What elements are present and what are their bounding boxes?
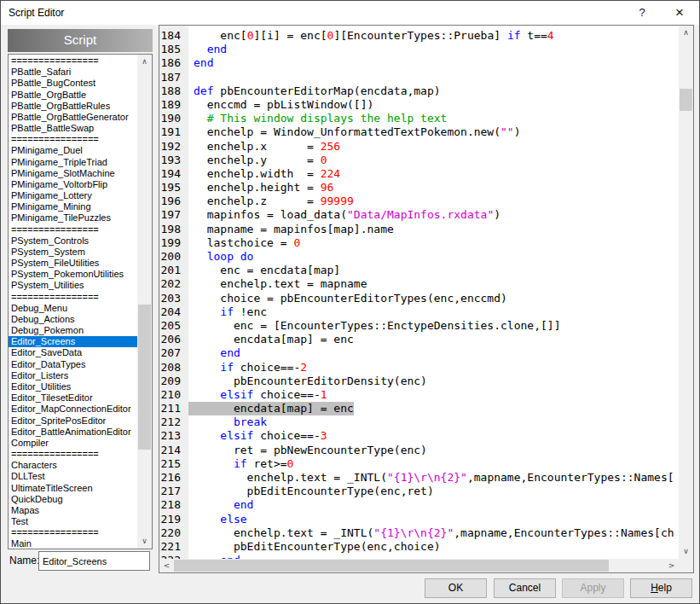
code-line[interactable]: 186end xyxy=(159,56,679,70)
code-line[interactable]: 212 break xyxy=(159,415,679,429)
code-line[interactable]: 189 enccmd = pbListWindow([]) xyxy=(159,98,679,112)
code-line[interactable]: 221 pbEditEncounterType(enc,choice) xyxy=(159,540,679,554)
script-list-item[interactable]: Editor_SaveData xyxy=(9,347,137,358)
apply-button[interactable]: Apply xyxy=(562,578,624,598)
script-list-item[interactable]: Debug_Actions xyxy=(9,314,137,325)
script-list-item[interactable]: Main xyxy=(9,538,137,549)
script-list-item[interactable]: Editor_DataTypes xyxy=(9,359,137,370)
script-list-item[interactable]: PMinigame_TripleTriad xyxy=(9,157,137,168)
code-line[interactable]: 215 if ret>=0 xyxy=(159,457,679,471)
code-line[interactable]: 220 enchelp.text = _INTL("{1}\r\n{2}",ma… xyxy=(159,526,679,540)
script-list-item[interactable]: PMinigame_TilePuzzles xyxy=(9,212,137,224)
ok-button[interactable]: OK xyxy=(425,578,487,598)
code-line[interactable]: 193 enchelp.y = 0 xyxy=(159,154,679,167)
code-line[interactable]: 200 loop do xyxy=(159,250,679,264)
code-line[interactable]: 219 else xyxy=(159,513,679,526)
script-list-item[interactable]: PBattle_BattleSwap xyxy=(9,123,137,134)
code-line[interactable]: 187 xyxy=(159,71,679,84)
script-list-item[interactable]: Editor_SpritePosEditor xyxy=(9,415,137,427)
list-scrollbar-thumb[interactable] xyxy=(138,305,151,450)
code-line[interactable]: 207 end xyxy=(159,346,679,360)
code-line[interactable]: 213 elsif choice==-3 xyxy=(159,429,679,443)
script-list-item[interactable]: PBattle_Safari xyxy=(9,67,137,78)
code-line[interactable]: 210 elsif choice==-1 xyxy=(159,388,679,402)
code-line[interactable]: 184 enc[0][i] = enc[0][EncounterTypes::P… xyxy=(159,29,679,43)
script-list-item[interactable]: PBattle_OrgBattle xyxy=(9,90,137,101)
script-list-item[interactable]: Characters xyxy=(9,460,137,471)
script-list-item[interactable]: ================ xyxy=(9,224,137,235)
script-list-item[interactable]: PSystem_PokemonUtilities xyxy=(9,269,137,280)
script-list-item[interactable]: ================ xyxy=(9,527,137,538)
script-list-item[interactable]: DLLTest xyxy=(9,471,137,482)
scroll-down-icon[interactable]: ∨ xyxy=(679,544,693,559)
list-scrollbar[interactable]: ∧ ∨ xyxy=(137,55,152,549)
script-list-item[interactable]: Test xyxy=(9,516,137,527)
script-list-item[interactable]: PBattle_OrgBattleRules xyxy=(9,101,137,112)
script-list-item[interactable]: Compiler xyxy=(9,438,137,449)
script-list-item[interactable]: Debug_Menu xyxy=(9,303,137,314)
scroll-up-icon[interactable]: ∧ xyxy=(679,26,693,40)
script-list-item[interactable]: ================ xyxy=(9,134,137,145)
script-list-item[interactable]: PMinigame_Duel xyxy=(9,145,137,156)
script-list-item[interactable]: Editor_TilesetEditor xyxy=(9,392,137,404)
code-line[interactable]: 197 mapinfos = load_data("Data/MapInfos.… xyxy=(159,208,679,222)
script-list-item[interactable]: Editor_MapConnectionEditor xyxy=(9,404,137,415)
scroll-down-icon[interactable]: ∨ xyxy=(137,534,152,549)
code-line[interactable]: 208 if choice==-2 xyxy=(159,361,679,375)
code-line[interactable]: 214 ret = pbNewEncounterType(enc) xyxy=(159,444,679,457)
script-list-item[interactable]: PSystem_System xyxy=(9,247,137,258)
code-line[interactable]: 204 if !enc xyxy=(159,305,679,319)
code-line[interactable]: 192 enchelp.x = 256 xyxy=(159,140,679,154)
script-list-item[interactable]: ================ xyxy=(9,292,137,303)
script-list-item[interactable]: Mapas xyxy=(9,505,137,516)
script-list-item[interactable]: Editor_BattleAnimationEditor xyxy=(9,427,137,438)
scroll-right-icon[interactable]: > xyxy=(664,559,679,572)
script-list-item[interactable]: Editor_Utilities xyxy=(9,381,137,392)
editor-vscroll-thumb[interactable] xyxy=(680,89,692,111)
code-line[interactable]: 188def pbEncounterEditorMap(encdata,map) xyxy=(159,84,679,98)
code-line[interactable]: 205 enc = [EncounterTypes::EnctypeDensit… xyxy=(159,319,679,333)
code-line[interactable]: 201 enc = encdata[map] xyxy=(159,264,679,277)
cancel-button[interactable]: Cancel xyxy=(494,578,556,598)
help-icon[interactable]: ? xyxy=(628,1,657,25)
editor-vertical-scrollbar[interactable]: ∧ ∨ xyxy=(679,26,693,559)
code-editor[interactable]: 184 enc[0][i] = enc[0][EncounterTypes::P… xyxy=(159,25,694,573)
script-list-item[interactable]: PSystem_FileUtilities xyxy=(9,258,137,269)
editor-horizontal-scrollbar[interactable]: < > xyxy=(159,559,679,572)
code-line[interactable]: 216 enchelp.text = _INTL("{1}\r\n{2}",ma… xyxy=(159,471,679,485)
close-icon[interactable]: × xyxy=(665,1,694,25)
code-line[interactable]: 206 encdata[map] = enc xyxy=(159,333,679,346)
code-area[interactable]: 184 enc[0][i] = enc[0][EncounterTypes::P… xyxy=(159,26,679,559)
code-line[interactable]: 195 enchelp.height = 96 xyxy=(159,181,679,195)
script-list-item[interactable]: PSystem_Utilities xyxy=(9,280,137,291)
code-line[interactable]: 198 mapname = mapinfos[map].name xyxy=(159,223,679,236)
help-button[interactable]: Help xyxy=(630,578,692,598)
code-line[interactable]: 199 lastchoice = 0 xyxy=(159,236,679,250)
scroll-up-icon[interactable]: ∧ xyxy=(137,55,152,69)
name-input[interactable] xyxy=(38,551,150,571)
code-line[interactable]: 209 pbEncounterEditorDensity(enc) xyxy=(159,375,679,388)
script-list-item[interactable]: UltimateTitleScreen xyxy=(9,483,137,494)
script-list-item[interactable]: PMinigame_VoltorbFlip xyxy=(9,179,137,190)
code-line[interactable]: 185 end xyxy=(159,43,679,56)
code-line[interactable]: 194 enchelp.width = 224 xyxy=(159,167,679,181)
scroll-left-icon[interactable]: < xyxy=(159,559,174,572)
script-list-item[interactable]: PMinigame_SlotMachine xyxy=(9,168,137,179)
code-line[interactable]: 211 encdata[map] = enc xyxy=(159,402,679,415)
code-line[interactable]: 196 enchelp.z = 99999 xyxy=(159,195,679,208)
code-line[interactable]: 190 # This window displays the help text xyxy=(159,112,679,125)
script-list-item[interactable]: PBattle_BugContest xyxy=(9,78,137,89)
code-line[interactable]: 217 pbEditEncounterType(enc,ret) xyxy=(159,485,679,498)
code-line[interactable]: 191 enchelp = Window_UnformattedTextPoke… xyxy=(159,125,679,139)
script-list-item[interactable]: ================ xyxy=(9,449,137,460)
editor-hscroll-thumb[interactable] xyxy=(174,560,609,572)
script-list-item[interactable]: ================ xyxy=(9,55,137,67)
code-line[interactable]: 218 end xyxy=(159,498,679,512)
script-list-item[interactable]: Debug_Pokemon xyxy=(9,325,137,336)
script-list-item[interactable]: Editor_Listers xyxy=(9,370,137,381)
script-list-item[interactable]: PMinigame_Lottery xyxy=(9,190,137,201)
script-list-item[interactable]: QuickDebug xyxy=(9,494,137,505)
code-line[interactable]: 202 enchelp.text = mapname xyxy=(159,277,679,291)
script-list-item[interactable]: PMinigame_Mining xyxy=(9,201,137,212)
script-list-item[interactable]: PBattle_OrgBattleGenerator xyxy=(9,112,137,123)
